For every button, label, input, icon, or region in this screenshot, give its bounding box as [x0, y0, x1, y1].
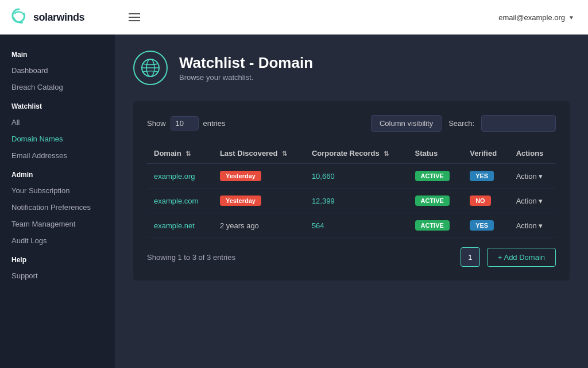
corporate-records-cell: 10,660 [305, 164, 408, 189]
table-header-row: Domain Last Discovered Corporate Records [147, 143, 556, 164]
search-input[interactable] [481, 115, 556, 132]
status-cell: ACTIVE [408, 164, 463, 189]
solarwinds-logo-icon [9, 7, 29, 27]
col-last-discovered: Last Discovered [213, 143, 305, 164]
sidebar-item-audit-logs[interactable]: Audit Logs [0, 232, 115, 249]
showing-text: Showing 1 to 3 of 3 entries [147, 253, 235, 262]
logo-text: solarwinds [33, 12, 84, 24]
page-icon [133, 51, 168, 85]
sidebar: solarwinds Main Dashboard Breach Catalog… [0, 0, 115, 368]
table-controls: Show 10 25 50 entries Column visibility … [147, 115, 556, 132]
sidebar-section-help: Help [0, 249, 115, 267]
table-card: Show 10 25 50 entries Column visibility … [133, 101, 570, 281]
entries-select[interactable]: 10 25 50 [171, 116, 199, 131]
sidebar-item-notification-preferences[interactable]: Notification Preferences [0, 199, 115, 216]
corporate-records-cell: 564 [305, 213, 408, 238]
chevron-down-icon: ▼ [568, 14, 574, 21]
col-domain: Domain [147, 143, 213, 164]
status-cell: ACTIVE [408, 189, 463, 213]
table-footer: Showing 1 to 3 of 3 entries 1 + Add Doma… [147, 247, 556, 267]
last-discovered-cell: Yesterday [213, 189, 305, 213]
show-entries-control: Show 10 25 50 entries [147, 116, 226, 131]
pagination-add: 1 + Add Domain [461, 247, 556, 267]
sidebar-item-email-addresses[interactable]: Email Addresses [0, 147, 115, 164]
sidebar-nav: Main Dashboard Breach Catalog Watchlist … [0, 34, 115, 368]
sidebar-section-main: Main [0, 44, 115, 62]
last-discovered-cell: 2 years ago [213, 213, 305, 238]
action-cell: Action ▾ [509, 213, 556, 238]
table-row: example.orgYesterday10,660ACTIVEYESActio… [147, 164, 556, 189]
sort-corporate-records-icon[interactable] [381, 149, 389, 158]
table-row: example.net2 years ago564ACTIVEYESAction… [147, 213, 556, 238]
column-visibility-button[interactable]: Column visibility [371, 115, 442, 132]
sidebar-item-team-management[interactable]: Team Management [0, 216, 115, 232]
user-menu[interactable]: email@example.org ▼ [498, 13, 574, 22]
content-area: Watchlist - Domain Browse your watchlist… [115, 34, 588, 368]
sidebar-item-breach-catalog[interactable]: Breach Catalog [0, 79, 115, 95]
hamburger-menu[interactable] [129, 13, 140, 21]
col-corporate-records: Corporate Records [305, 143, 408, 164]
page-subtitle: Browse your watchlist. [179, 73, 313, 82]
sidebar-section-watchlist: Watchlist [0, 95, 115, 114]
verified-cell: YES [463, 213, 509, 238]
verified-cell: YES [463, 164, 509, 189]
verified-cell: NO [463, 189, 509, 213]
col-actions: Actions [509, 143, 556, 164]
show-label: Show [147, 119, 166, 128]
sidebar-item-all[interactable]: All [0, 114, 115, 131]
sidebar-item-your-subscription[interactable]: Your Subscription [0, 182, 115, 199]
sidebar-item-domain-names[interactable]: Domain Names [0, 131, 115, 147]
action-button[interactable]: Action ▾ [516, 172, 543, 181]
domain-table: Domain Last Discovered Corporate Records [147, 143, 556, 238]
action-button[interactable]: Action ▾ [516, 221, 543, 230]
status-cell: ACTIVE [408, 213, 463, 238]
col-verified: Verified [463, 143, 509, 164]
action-cell: Action ▾ [509, 189, 556, 213]
sort-last-discovered-icon[interactable] [280, 149, 287, 158]
page-header-text: Watchlist - Domain Browse your watchlist… [179, 54, 313, 82]
search-row: Column visibility Search: [371, 115, 556, 132]
page-number[interactable]: 1 [461, 247, 480, 267]
domain-cell[interactable]: example.net [147, 213, 213, 238]
sidebar-item-support[interactable]: Support [0, 267, 115, 284]
search-label: Search: [448, 119, 474, 128]
add-domain-button[interactable]: + Add Domain [487, 248, 556, 267]
user-email: email@example.org [498, 13, 565, 22]
last-discovered-cell: Yesterday [213, 164, 305, 189]
page-header: Watchlist - Domain Browse your watchlist… [133, 51, 570, 85]
globe-icon [140, 57, 161, 78]
sidebar-section-admin: Admin [0, 164, 115, 182]
main-area: email@example.org ▼ Watchlist - Domain B… [115, 0, 588, 368]
logo: solarwinds [0, 0, 115, 34]
corporate-records-cell: 12,399 [305, 189, 408, 213]
action-button[interactable]: Action ▾ [516, 197, 543, 205]
col-status: Status [408, 143, 463, 164]
domain-cell[interactable]: example.com [147, 189, 213, 213]
page-title: Watchlist - Domain [179, 54, 313, 72]
topbar: email@example.org ▼ [115, 0, 588, 34]
entries-label: entries [203, 119, 226, 128]
sidebar-item-dashboard[interactable]: Dashboard [0, 62, 115, 79]
action-cell: Action ▾ [509, 164, 556, 189]
domain-cell[interactable]: example.org [147, 164, 213, 189]
sort-domain-icon[interactable] [183, 149, 191, 158]
table-row: example.comYesterday12,399ACTIVENOAction… [147, 189, 556, 213]
